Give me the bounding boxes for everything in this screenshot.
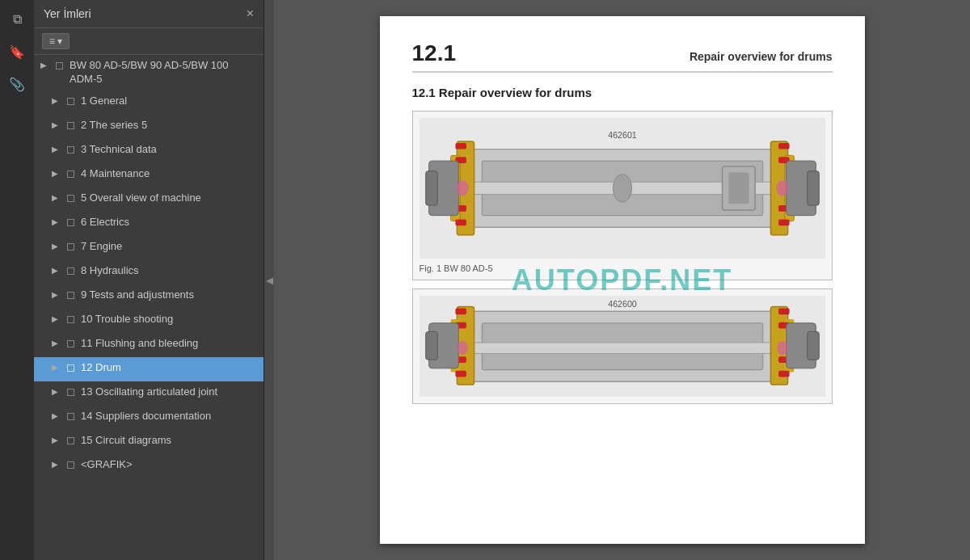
- svg-point-47: [777, 341, 788, 355]
- figure-2: 462600: [412, 288, 833, 405]
- sidebar-item-label: 9 Tests and adjustments: [81, 288, 257, 302]
- sidebar-item-label: 5 Overall view of machine: [81, 192, 257, 205]
- sidebar-menu-button[interactable]: ≡ ▾: [42, 33, 70, 49]
- sidebar-item-label: 14 Suppliers documentation: [81, 410, 257, 423]
- sidebar-item-bw80[interactable]: ▶☐BW 80 AD-5/BW 90 AD-5/BW 100 ADM-5: [34, 55, 264, 91]
- svg-point-46: [457, 341, 468, 355]
- tree-arrow-icon: ▶: [52, 387, 63, 396]
- tree-arrow-icon: ▶: [52, 266, 63, 275]
- sidebar-item-ch6[interactable]: ▶☐6 Electrics: [34, 212, 264, 236]
- sidebar-item-label: 12 Drum: [81, 361, 257, 375]
- tree-arrow-icon: ▶: [52, 460, 63, 469]
- tree-arrow-icon: ▶: [40, 61, 52, 69]
- sidebar-item-label: 4 Maintenance: [81, 167, 257, 181]
- sidebar-item-label: 13 Oscillating articulated joint: [81, 385, 257, 399]
- sidebar-item-ch11[interactable]: ▶☐11 Flushing and bleeding: [34, 333, 264, 357]
- paperclip-icon[interactable]: 📎: [6, 73, 28, 95]
- sidebar-item-ch14[interactable]: ▶☐14 Suppliers documentation: [34, 406, 264, 430]
- sidebar-item-label: BW 80 AD-5/BW 90 AD-5/BW 100 ADM-5: [70, 59, 257, 86]
- drum-diagram-1: 462601: [420, 118, 825, 259]
- tree-arrow-icon: ▶: [52, 96, 63, 105]
- tree-arrow-icon: ▶: [52, 436, 63, 444]
- tree-arrow-icon: ▶: [52, 169, 63, 178]
- sidebar-item-label: 15 Circuit diagrams: [81, 434, 257, 448]
- tree-arrow-icon: ▶: [52, 242, 63, 251]
- svg-point-21: [776, 180, 788, 196]
- svg-rect-24: [728, 173, 749, 204]
- svg-rect-40: [778, 370, 790, 377]
- bookmark-icon: ☐: [66, 266, 78, 277]
- close-button[interactable]: ×: [247, 6, 254, 21]
- bookmark-icon: ☐: [66, 314, 78, 326]
- figure-1-label: Fig. 1 BW 80 AD-5: [420, 263, 825, 273]
- tree-arrow-icon: ▶: [52, 120, 63, 129]
- svg-rect-14: [778, 219, 790, 225]
- bookmark-icon: ☐: [66, 460, 78, 471]
- sidebar-item-label: 6 Electrics: [81, 216, 257, 229]
- figure-1: 462601 Fig. 1 BW 80 AD-5: [412, 111, 833, 280]
- sidebar-item-label: <GRAFIK>: [81, 458, 257, 472]
- bookmark-icon: ☐: [66, 387, 78, 398]
- sidebar-item-ch3[interactable]: ▶☐3 Technical data: [34, 139, 264, 163]
- sidebar-item-ch5[interactable]: ▶☐5 Overall view of machine: [34, 187, 264, 212]
- tree-arrow-icon: ▶: [52, 411, 63, 420]
- svg-point-22: [613, 175, 631, 203]
- svg-rect-34: [455, 308, 466, 314]
- bookmark-icon: ☐: [66, 96, 78, 107]
- svg-rect-10: [455, 219, 466, 225]
- bookmark-icon: ☐: [55, 61, 66, 72]
- page-container: 12.1 Repair overview for drums 12.1 Repa…: [380, 16, 865, 544]
- svg-rect-17: [425, 171, 436, 205]
- tree-arrow-icon: ▶: [52, 145, 63, 154]
- svg-rect-19: [807, 171, 818, 205]
- section-number: 12.1: [412, 40, 457, 66]
- sidebar-item-ch4[interactable]: ▶☐4 Maintenance: [34, 163, 264, 187]
- bookmark-icon: ☐: [66, 290, 78, 301]
- svg-rect-45: [807, 331, 818, 360]
- layers-icon[interactable]: ⧉: [6, 8, 28, 31]
- sidebar-panel: Yer İmleri × ≡ ▾ ▶☐BW 80 AD-5/BW 90 AD-5…: [34, 0, 264, 560]
- sidebar-header: Yer İmleri ×: [34, 0, 264, 28]
- sidebar-item-label: 8 Hydraulics: [81, 264, 257, 278]
- sidebar-item-ch13[interactable]: ▶☐13 Oscillating articulated joint: [34, 381, 264, 406]
- bookmark-icon: ☐: [66, 120, 78, 132]
- sidebar-item-ch9[interactable]: ▶☐9 Tests and adjustments: [34, 284, 264, 309]
- tree-arrow-icon: ▶: [52, 217, 63, 226]
- sidebar-item-ch1[interactable]: ▶☐1 General: [34, 91, 264, 115]
- section-title: Repair overview for drums: [690, 50, 833, 63]
- sidebar-item-label: 1 General: [81, 95, 257, 108]
- bookmarks-icon[interactable]: 🔖: [6, 40, 28, 63]
- sidebar-item-ch10[interactable]: ▶☐10 Trouble shooting: [34, 309, 264, 333]
- sidebar-item-label: 11 Flushing and bleeding: [81, 337, 257, 351]
- bookmark-icon: ☐: [66, 411, 78, 423]
- sidebar-item-ch15[interactable]: ▶☐15 Circuit diagrams: [34, 430, 264, 454]
- collapse-arrow-icon: ◀: [266, 275, 273, 286]
- page-header: 12.1 Repair overview for drums: [412, 40, 833, 73]
- sidebar-item-ch2[interactable]: ▶☐2 The series 5: [34, 115, 264, 139]
- collapse-handle[interactable]: ◀: [264, 0, 274, 560]
- tree-arrow-icon: ▶: [52, 290, 63, 299]
- tree-arrow-icon: ▶: [52, 339, 63, 347]
- sidebar-item-label: 10 Trouble shooting: [81, 313, 257, 326]
- bookmark-icon: ☐: [66, 145, 78, 156]
- main-content: 12.1 Repair overview for drums 12.1 Repa…: [274, 0, 970, 560]
- tree-arrow-icon: ▶: [52, 314, 63, 323]
- sidebar-item-label: 3 Technical data: [81, 143, 257, 157]
- sidebar-list: ▶☐BW 80 AD-5/BW 90 AD-5/BW 100 ADM-5▶☐1 …: [34, 55, 264, 560]
- svg-rect-38: [778, 308, 790, 314]
- svg-point-20: [456, 180, 468, 196]
- sidebar-item-ch12[interactable]: ▶☐12 Drum: [34, 357, 264, 381]
- drum-diagram-2: 462600: [420, 296, 825, 398]
- sidebar-item-label: 7 Engine: [81, 240, 257, 254]
- bookmark-icon: ☐: [66, 193, 78, 204]
- svg-rect-36: [455, 370, 466, 377]
- tree-arrow-icon: ▶: [52, 193, 63, 202]
- svg-rect-12: [778, 143, 790, 149]
- tree-arrow-icon: ▶: [52, 363, 63, 372]
- sidebar-item-ch8[interactable]: ▶☐8 Hydraulics: [34, 260, 264, 284]
- sidebar-item-ch7[interactable]: ▶☐7 Engine: [34, 236, 264, 260]
- svg-rect-29: [462, 343, 782, 354]
- sidebar-item-grafik[interactable]: ▶☐<GRAFIK>: [34, 454, 264, 478]
- page-sub-title: 12.1 Repair overview for drums: [412, 86, 833, 99]
- icon-bar: ⧉ 🔖 📎: [0, 0, 34, 560]
